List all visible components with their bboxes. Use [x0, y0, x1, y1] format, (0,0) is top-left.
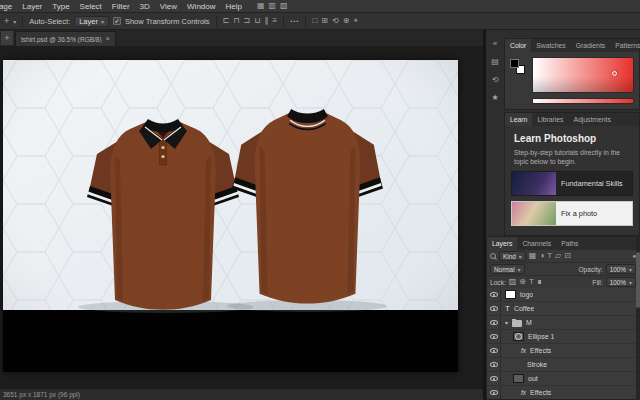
tab-learn[interactable]: Learn [505, 113, 532, 126]
learn-heading: Learn Photoshop [514, 133, 633, 144]
color-picker-marker[interactable] [612, 71, 617, 76]
layer-thumbnail[interactable] [505, 290, 516, 299]
menu-select[interactable]: Select [75, 0, 107, 13]
menu-3d[interactable]: 3D [135, 0, 155, 13]
workspace-grid-icon[interactable] [257, 2, 265, 10]
learn-description: Step-by-step tutorials directly in the t… [514, 148, 633, 166]
align-right-icon[interactable] [244, 17, 251, 25]
foreground-background-swatches[interactable] [510, 59, 527, 76]
menu-image[interactable]: Image [0, 0, 17, 13]
layer-row-ellipse[interactable]: Ellipse 1 [487, 330, 639, 344]
layer-row-effects[interactable]: Effects [487, 344, 639, 358]
visibility-toggle[interactable] [487, 316, 501, 329]
3d-mode-slide-icon[interactable] [343, 17, 350, 25]
more-options-icon[interactable] [290, 17, 299, 25]
history-panel-icon[interactable] [492, 76, 499, 84]
3d-mode-pan-icon[interactable] [332, 17, 339, 25]
opacity-dropdown[interactable]: 100% [606, 264, 636, 274]
auto-select-dropdown[interactable]: Layer [74, 16, 109, 27]
visibility-toggle[interactable] [487, 288, 501, 301]
align-left-icon[interactable] [223, 17, 230, 25]
swatches-panel-icon[interactable] [491, 58, 499, 66]
color-picker-field[interactable] [532, 57, 634, 93]
align-top-icon[interactable] [233, 17, 239, 25]
layer-filter-row: Kind [487, 250, 639, 263]
menu-window[interactable]: Window [182, 0, 220, 13]
layer-row-group[interactable]: M [487, 316, 639, 330]
menu-view[interactable]: View [155, 0, 182, 13]
tab-adjustments[interactable]: Adjustments [568, 113, 615, 126]
layer-row-out[interactable]: out [487, 372, 639, 386]
filter-adjustment-icon[interactable] [539, 252, 544, 260]
layer-row-stroke[interactable]: Stroke [487, 358, 639, 372]
document-tab[interactable]: tshirt.psd @ 36.5% (RGB/8) [15, 31, 116, 46]
filter-pixel-layers-icon[interactable] [529, 252, 537, 260]
tab-color[interactable]: Color [505, 39, 531, 52]
visibility-toggle[interactable] [487, 344, 501, 357]
3d-mode-scale-icon[interactable] [353, 17, 358, 25]
filter-type-layers-icon[interactable] [547, 252, 552, 260]
fill-dropdown[interactable]: 100% [606, 277, 636, 287]
workspace-view-icon[interactable] [269, 2, 277, 10]
collapse-panels-icon[interactable] [493, 40, 497, 48]
lock-pixels-icon[interactable] [529, 278, 534, 286]
tab-layers[interactable]: Layers [487, 237, 517, 250]
distribute-v-icon[interactable] [272, 17, 277, 25]
learn-card-fix-a-photo[interactable]: Fix a photo [511, 201, 633, 226]
3d-mode-orbit-icon[interactable] [312, 17, 317, 25]
filter-kind-value: Kind [503, 253, 516, 260]
menu-layer[interactable]: Layer [17, 0, 47, 13]
lock-all-icon[interactable] [537, 278, 542, 286]
learn-card-fundamental-skills[interactable]: Fundamental Skills [511, 171, 633, 196]
menu-bar: Image Layer Type Select Filter 3D View W… [0, 0, 640, 13]
lock-position-icon[interactable] [519, 278, 526, 286]
tab-libraries[interactable]: Libraries [532, 113, 568, 126]
menu-type[interactable]: Type [47, 0, 74, 13]
tab-patterns[interactable]: Patterns [610, 39, 640, 52]
blend-mode-dropdown[interactable]: Normal [490, 264, 525, 274]
right-panel-column: Color Swatches Gradients Patterns Learn [486, 30, 640, 400]
align-bottom-icon[interactable] [254, 17, 260, 25]
show-transform-checkbox[interactable] [113, 17, 121, 25]
visibility-toggle[interactable] [487, 372, 501, 385]
chevron-down-icon [101, 17, 104, 26]
tab-swatches[interactable]: Swatches [531, 39, 570, 52]
tool-preset-caret-icon[interactable] [13, 17, 16, 26]
visibility-toggle[interactable] [487, 386, 501, 399]
visibility-toggle[interactable] [487, 358, 501, 371]
layer-row-coffee[interactable]: Coffee [487, 302, 639, 316]
move-tool-icon[interactable] [4, 17, 9, 26]
canvas[interactable] [3, 60, 458, 372]
pasteboard[interactable] [0, 46, 483, 388]
layer-row-logo[interactable]: logo [487, 288, 639, 302]
layer-name: Effects [530, 389, 551, 396]
visibility-toggle[interactable] [487, 330, 501, 343]
foreground-color-swatch[interactable] [510, 59, 519, 68]
visibility-toggle[interactable] [487, 302, 501, 315]
filter-kind-dropdown[interactable]: Kind [499, 251, 526, 261]
tshirt-mockup-image[interactable] [3, 60, 458, 372]
learn-panel: Learn Libraries Adjustments Learn Photos… [504, 112, 640, 236]
scrollbar-thumb[interactable] [636, 252, 640, 308]
layer-row-effects-2[interactable]: Effects [487, 386, 639, 399]
lock-transparency-icon[interactable] [509, 278, 517, 286]
layers-scrollbar[interactable] [636, 236, 640, 400]
learn-panel-icon[interactable] [491, 94, 498, 102]
3d-mode-roll-icon[interactable] [321, 17, 328, 25]
menu-help[interactable]: Help [221, 0, 247, 13]
menu-filter[interactable]: Filter [107, 0, 135, 13]
layer-thumbnail[interactable] [513, 374, 524, 383]
tab-gradients[interactable]: Gradients [571, 39, 610, 52]
expand-arrow-icon[interactable] [505, 319, 508, 327]
tab-paths[interactable]: Paths [556, 237, 583, 250]
filter-shape-layers-icon[interactable] [555, 252, 561, 260]
filter-smart-object-icon[interactable] [564, 252, 571, 260]
separator [216, 16, 217, 27]
distribute-h-icon[interactable] [264, 17, 268, 25]
color-hue-slider[interactable] [532, 98, 634, 104]
tab-channels[interactable]: Channels [517, 237, 556, 250]
workspace-extra-icon[interactable] [280, 2, 288, 10]
layer-thumbnail[interactable] [513, 332, 524, 341]
tools-panel-stub[interactable] [1, 31, 13, 45]
close-icon[interactable] [106, 35, 110, 43]
